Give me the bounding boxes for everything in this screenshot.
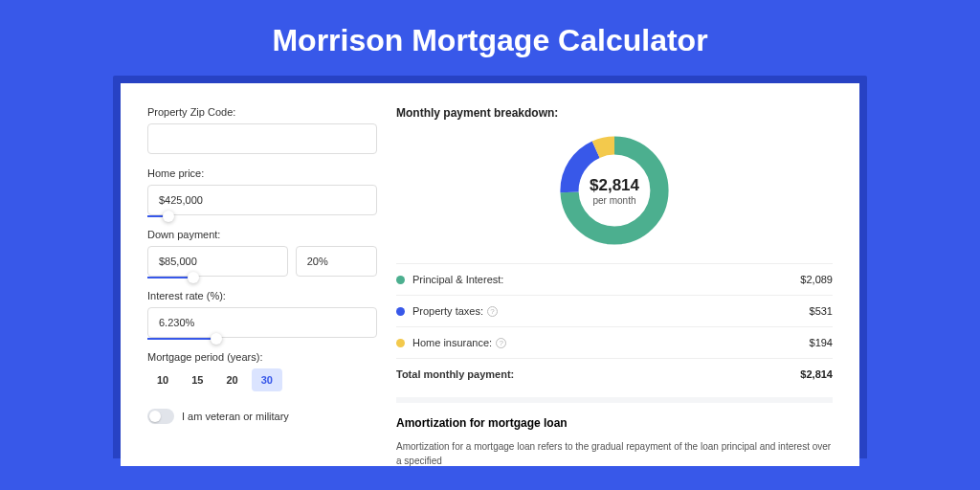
total-label: Total monthly payment:	[396, 368, 800, 380]
legend-label-principal: Principal & Interest:	[412, 274, 800, 285]
total-value: $2,814	[800, 368, 833, 380]
legend-row-principal: Principal & Interest: $2,089	[396, 263, 833, 295]
home-price-slider[interactable]	[147, 215, 168, 217]
legend-value-taxes: $531	[810, 305, 833, 317]
period-field: Mortgage period (years): 10 15 20 30	[147, 351, 377, 391]
legend-row-total: Total monthly payment: $2,814	[396, 358, 833, 390]
breakdown-panel: Monthly payment breakdown: $2,814 per mo…	[396, 106, 833, 466]
donut-chart: $2,814 per month	[555, 131, 674, 250]
legend-row-insurance: Home insurance: ? $194	[396, 326, 833, 358]
legend-value-principal: $2,089	[800, 274, 833, 285]
down-payment-slider[interactable]	[147, 277, 193, 278]
down-payment-input[interactable]	[147, 246, 288, 277]
legend-label-insurance-text: Home insurance:	[412, 337, 492, 348]
donut-sub: per month	[590, 195, 639, 206]
home-price-label: Home price:	[147, 167, 377, 179]
period-pill-20[interactable]: 20	[217, 368, 248, 391]
legend-value-insurance: $194	[810, 337, 833, 348]
interest-input[interactable]	[147, 307, 377, 338]
calculator-card: Property Zip Code: Home price: Down paym…	[121, 83, 859, 466]
home-price-field: Home price:	[147, 167, 377, 215]
period-label: Mortgage period (years):	[147, 351, 377, 363]
down-payment-label: Down payment:	[147, 229, 377, 240]
help-icon[interactable]: ?	[496, 338, 506, 348]
period-pills: 10 15 20 30	[147, 368, 377, 391]
interest-label: Interest rate (%):	[147, 290, 377, 301]
breakdown-title: Monthly payment breakdown:	[396, 106, 833, 120]
home-price-input[interactable]	[147, 185, 377, 215]
donut-center: $2,814 per month	[590, 176, 639, 206]
interest-field: Interest rate (%):	[147, 290, 377, 338]
legend-label-taxes-text: Property taxes:	[412, 305, 483, 317]
veteran-label: I am veteran or military	[182, 411, 289, 422]
donut-chart-wrap: $2,814 per month	[396, 127, 833, 263]
help-icon[interactable]: ?	[487, 306, 498, 317]
inputs-panel: Property Zip Code: Home price: Down paym…	[147, 106, 377, 466]
card-shadow: Property Zip Code: Home price: Down paym…	[113, 76, 867, 458]
amortization-title: Amortization for mortgage loan	[396, 416, 833, 430]
period-pill-15[interactable]: 15	[182, 368, 212, 391]
amortization-section: Amortization for mortgage loan Amortizat…	[396, 397, 833, 468]
period-pill-10[interactable]: 10	[147, 368, 178, 391]
legend: Principal & Interest: $2,089 Property ta…	[396, 263, 833, 390]
interest-slider[interactable]	[147, 338, 216, 340]
legend-label-insurance: Home insurance: ?	[412, 337, 810, 348]
dot-icon-yellow	[396, 339, 405, 347]
donut-amount: $2,814	[590, 176, 639, 195]
dot-icon-green	[396, 276, 405, 284]
dot-icon-blue	[396, 307, 405, 316]
legend-label-taxes: Property taxes: ?	[412, 305, 810, 317]
period-pill-30[interactable]: 30	[252, 368, 282, 391]
down-payment-field: Down payment:	[147, 229, 377, 277]
zip-field: Property Zip Code:	[147, 106, 377, 154]
zip-label: Property Zip Code:	[147, 106, 377, 118]
veteran-row: I am veteran or military	[147, 409, 377, 424]
page-title: Morrison Mortgage Calculator	[0, 0, 980, 76]
veteran-toggle[interactable]	[147, 409, 174, 424]
down-payment-pct-input[interactable]	[296, 246, 377, 277]
amortization-text: Amortization for a mortgage loan refers …	[396, 439, 833, 468]
zip-input[interactable]	[147, 123, 377, 154]
legend-row-taxes: Property taxes: ? $531	[396, 295, 833, 326]
